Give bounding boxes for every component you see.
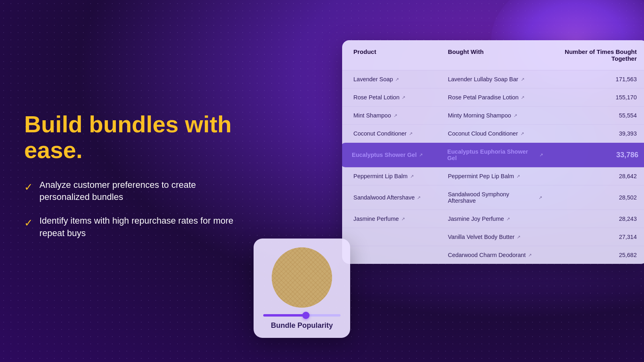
cell-bought-with: Lavender Lullaby Soap Bar ↗ <box>448 76 543 82</box>
svg-point-11 <box>298 281 314 291</box>
slider-container <box>262 314 342 317</box>
cell-text: Rose Petal Lotion <box>353 94 399 101</box>
external-link-icon[interactable]: ↗ <box>409 131 413 136</box>
cell-text: Vanilla Velvet Body Butter <box>448 234 515 240</box>
external-link-icon[interactable]: ↗ <box>516 174 520 179</box>
cell-bought-with: Cedarwood Charm Deodorant ↗ <box>448 252 543 258</box>
cell-text: Jasmine Joy Perfume <box>448 216 504 222</box>
external-link-icon[interactable]: ↗ <box>417 195 421 200</box>
svg-point-13 <box>287 285 298 296</box>
external-link-icon[interactable]: ↗ <box>517 234 520 240</box>
cell-product <box>353 234 448 240</box>
cell-text: Coconut Conditioner <box>353 130 407 137</box>
external-link-icon[interactable]: ↗ <box>506 216 510 222</box>
cell-bought-with: Jasmine Joy Perfume ↗ <box>448 216 543 222</box>
cell-text: Sandalwood Symphony Aftershave <box>448 191 537 204</box>
table-row: Peppermint Lip Balm ↗ Peppermint Pep Lip… <box>342 167 644 185</box>
right-panel: Product Bought With Number of Times Boug… <box>342 40 644 264</box>
bullet-text-2: Identify items with high repurchase rate… <box>39 215 233 240</box>
cell-text: Mint Shampoo <box>353 112 391 119</box>
bundle-product-image <box>272 247 332 308</box>
svg-point-12 <box>303 282 316 294</box>
cell-text: Sandalwood Aftershave <box>353 194 415 201</box>
svg-point-9 <box>286 281 301 294</box>
slider-fill <box>263 314 306 317</box>
cell-text: Minty Morning Shampoo <box>448 112 511 119</box>
svg-rect-20 <box>307 267 311 272</box>
left-content: Build bundles with ease. ✓ Analyze custo… <box>24 111 233 251</box>
external-link-icon[interactable]: ↗ <box>521 95 524 100</box>
table-row: Cedarwood Charm Deodorant ↗ 25,682 <box>342 246 644 264</box>
cell-text: Eucalyptus Euphoria Shower Gel <box>447 148 537 161</box>
cell-text: Peppermint Lip Balm <box>353 173 408 179</box>
external-link-icon[interactable]: ↗ <box>514 113 517 118</box>
cell-product: Lavender Soap ↗ <box>353 76 448 82</box>
external-link-icon[interactable]: ↗ <box>539 195 542 200</box>
col-times: Number of Times Bought Together <box>542 48 637 62</box>
svg-rect-19 <box>305 270 312 286</box>
external-link-icon[interactable]: ↗ <box>528 253 532 258</box>
cell-bought-with: Coconut Cloud Conditioner ↗ <box>448 130 543 137</box>
col-bought-with: Bought With <box>448 48 543 62</box>
table-row: Rose Petal Lotion ↗ Rose Petal Paradise … <box>342 88 644 107</box>
table-header: Product Bought With Number of Times Boug… <box>342 40 644 70</box>
svg-point-2 <box>280 255 324 300</box>
external-link-icon[interactable]: ↗ <box>401 216 405 222</box>
table-row: Jasmine Perfume ↗ Jasmine Joy Perfume ↗ … <box>342 210 644 228</box>
cell-text: Rose Petal Paradise Lotion <box>448 94 519 101</box>
cell-times: 155,170 <box>542 94 637 101</box>
external-link-icon[interactable]: ↗ <box>410 174 414 179</box>
cell-text: Eucalyptus Shower Gel <box>352 152 417 158</box>
external-link-icon[interactable]: ↗ <box>402 95 405 100</box>
cell-product: Rose Petal Lotion ↗ <box>353 94 448 101</box>
check-icon-1: ✓ <box>24 179 33 194</box>
table-row-highlighted: Eucalyptus Shower Gel ↗ Eucalyptus Eupho… <box>342 143 644 167</box>
svg-rect-16 <box>299 262 303 267</box>
svg-line-7 <box>282 258 322 297</box>
table-row: Sandalwood Aftershave ↗ Sandalwood Symph… <box>342 185 644 210</box>
slider-thumb[interactable] <box>302 312 310 319</box>
cell-bought-with: Vanilla Velvet Body Butter ↗ <box>448 234 543 240</box>
slider-track <box>263 314 341 317</box>
svg-point-3 <box>286 261 318 294</box>
cell-times: 171,563 <box>542 76 637 82</box>
cell-text: Lavender Lullaby Soap Bar <box>448 76 518 82</box>
cell-bought-with: Sandalwood Symphony Aftershave ↗ <box>448 191 543 204</box>
external-link-icon[interactable]: ↗ <box>419 152 423 158</box>
cell-text: Cedarwood Charm Deodorant <box>448 252 526 258</box>
external-link-icon[interactable]: ↗ <box>539 152 543 158</box>
cell-product <box>353 252 448 258</box>
cell-times: 39,393 <box>542 130 637 137</box>
svg-rect-17 <box>299 260 302 263</box>
cell-text: Coconut Cloud Conditioner <box>448 130 518 137</box>
cell-text: Peppermint Pep Lip Balm <box>448 173 514 179</box>
svg-line-8 <box>282 258 322 297</box>
bundle-popularity-label: Bundle Popularity <box>262 321 342 330</box>
cell-product: Coconut Conditioner ↗ <box>353 130 448 137</box>
cell-times: 55,554 <box>542 112 637 119</box>
table-card: Product Bought With Number of Times Boug… <box>342 40 644 264</box>
cell-text: Jasmine Perfume <box>353 216 399 222</box>
bundle-card: Bundle Popularity <box>254 239 350 338</box>
cell-bought-with: Peppermint Pep Lip Balm ↗ <box>448 173 543 179</box>
svg-point-4 <box>292 267 312 288</box>
svg-point-10 <box>293 282 307 289</box>
svg-point-0 <box>273 249 331 306</box>
cell-times-highlighted: 33,786 <box>543 148 638 161</box>
cell-times: 25,682 <box>542 252 637 258</box>
external-link-icon[interactable]: ↗ <box>395 77 399 82</box>
main-title: Build bundles with ease. <box>24 111 233 163</box>
cell-times: 28,502 <box>542 191 637 204</box>
bullet-text-1: Analyze customer preferences to create p… <box>39 179 233 204</box>
check-icon-2: ✓ <box>24 216 33 230</box>
cell-times: 27,314 <box>542 234 637 240</box>
cell-product-highlighted: Eucalyptus Shower Gel ↗ <box>352 148 447 161</box>
bullet-list: ✓ Analyze customer preferences to create… <box>24 179 233 239</box>
cell-product: Sandalwood Aftershave ↗ <box>353 191 448 204</box>
external-link-icon[interactable]: ↗ <box>394 113 397 118</box>
external-link-icon[interactable]: ↗ <box>520 131 524 136</box>
cell-times: 28,243 <box>542 216 637 222</box>
external-link-icon[interactable]: ↗ <box>521 77 524 82</box>
table-row: Mint Shampoo ↗ Minty Morning Shampoo ↗ 5… <box>342 107 644 125</box>
svg-point-1 <box>273 249 331 306</box>
